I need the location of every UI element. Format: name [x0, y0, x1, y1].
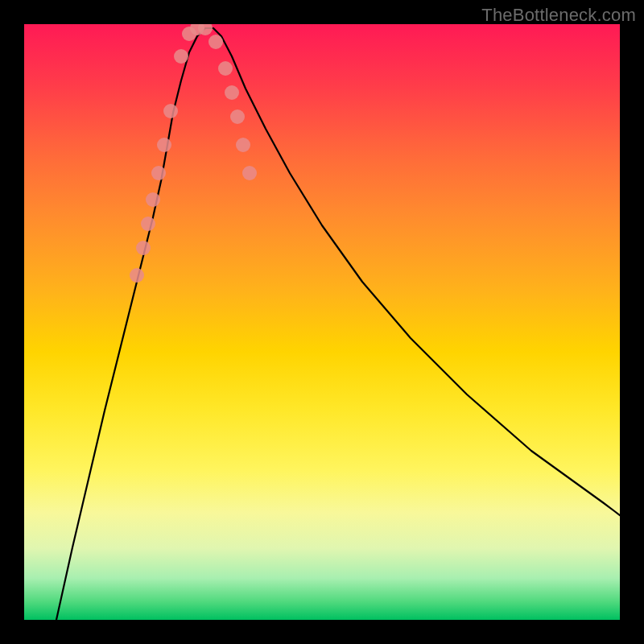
- chart-plot-area: [24, 24, 620, 620]
- data-point: [146, 192, 160, 207]
- data-point: [130, 268, 144, 283]
- watermark-text: TheBottleneck.com: [481, 5, 636, 26]
- data-point: [151, 166, 166, 180]
- data-point: [174, 49, 188, 64]
- data-point: [242, 166, 257, 180]
- data-point: [230, 109, 245, 124]
- data-point: [157, 138, 171, 152]
- data-point: [236, 138, 250, 152]
- data-point: [136, 241, 151, 255]
- curve-layer: [56, 28, 620, 620]
- data-point: [163, 104, 178, 118]
- chart-frame: TheBottleneck.com: [0, 0, 644, 644]
- data-point-layer: [130, 24, 257, 283]
- chart-svg: [24, 24, 620, 620]
- data-point: [218, 61, 233, 76]
- data-point: [208, 35, 223, 49]
- bottleneck-curve: [56, 28, 620, 620]
- data-point: [141, 217, 155, 231]
- data-point: [225, 85, 239, 100]
